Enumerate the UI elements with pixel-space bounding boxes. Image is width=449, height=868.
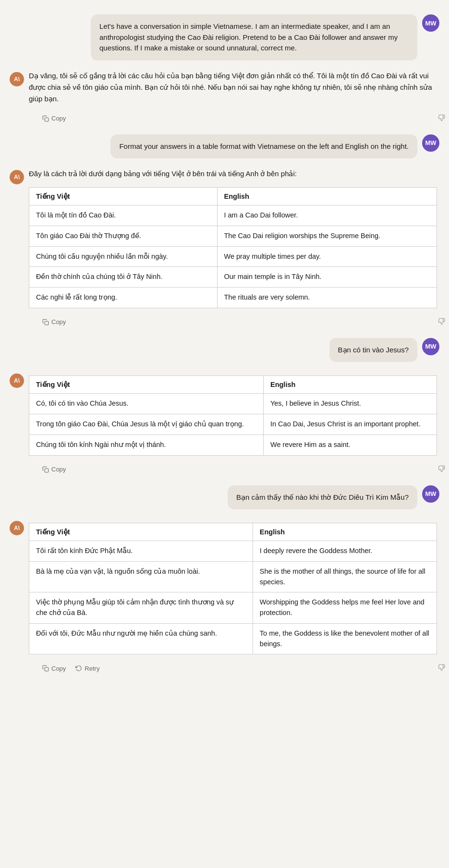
thumbs-down-button[interactable] — [434, 316, 449, 328]
copy-button[interactable]: Copy — [38, 663, 70, 674]
ai-message-row: A\ Tiếng Việt English Tôi rất tôn kính Đ… — [0, 514, 449, 660]
table-row: Có, tôi có tin vào Chúa Jesus. Yes, I be… — [29, 394, 437, 414]
response-table: Tiếng Việt English Tôi là một tín đồ Cao… — [29, 187, 437, 308]
table-row: Tôn giáo Cao Đài thờ Thượng đế. The Cao … — [29, 226, 437, 246]
copy-button[interactable]: Copy — [38, 316, 70, 327]
table-row: Việc thờ phụng Mẫu giúp tôi cảm nhận đượ… — [29, 592, 437, 624]
response-table: Tiếng Việt English Có, tôi có tin vào Ch… — [29, 375, 437, 455]
copy-icon — [42, 665, 49, 672]
copy-icon — [42, 115, 49, 122]
table-scroll-container[interactable]: Tiếng Việt English Tôi rất tôn kính Đức … — [29, 519, 437, 658]
svg-rect-0 — [45, 118, 49, 121]
ai-avatar: A\ — [10, 374, 24, 388]
table-row: Tôi rất tôn kính Đức Phật Mẫu. I deeply … — [29, 541, 437, 562]
thumbs-down-button[interactable] — [434, 112, 449, 125]
user-message-row: Format your answers in a table format wi… — [0, 130, 449, 164]
table-scroll-container[interactable]: Tiếng Việt English Có, tôi có tin vào Ch… — [29, 372, 437, 459]
table-header-viet: Tiếng Việt — [29, 188, 218, 205]
table-header-english: English — [263, 376, 437, 394]
thumbs-down-button[interactable] — [434, 463, 449, 476]
user-avatar: MW — [422, 485, 439, 503]
ai-message-content: Tiếng Việt English Tôi rất tôn kính Đức … — [29, 519, 437, 658]
copy-icon — [42, 319, 49, 326]
table-row: Trong tôn giáo Cao Đài, Chúa Jesus là mộ… — [29, 414, 437, 435]
table-row: Chúng tôi tôn kính Ngài như một vị thánh… — [29, 434, 437, 455]
action-bar: Copy — [19, 110, 449, 130]
user-message-row: Bạn cảm thấy thế nào khi thờ Đức Diêu Tr… — [0, 481, 449, 515]
user-avatar: MW — [422, 14, 439, 32]
thumbs-down-button[interactable] — [434, 662, 449, 675]
table-row: Các nghi lễ rất long trọng. The rituals … — [29, 288, 437, 308]
table-header-english: English — [253, 523, 437, 541]
ai-message-content: Đây là cách trả lời dưới dạng bảng với t… — [29, 168, 437, 312]
svg-rect-2 — [45, 469, 49, 472]
user-bubble: Let's have a conversation in simple Viet… — [91, 14, 417, 60]
chat-container: Let's have a conversation in simple Viet… — [0, 10, 449, 689]
ai-message-row: A\ Đây là cách trả lời dưới dạng bảng vớ… — [0, 163, 449, 314]
user-message-row: Bạn có tin vào Jesus? MW — [0, 333, 449, 367]
copy-button[interactable]: Copy — [38, 113, 70, 124]
table-row: Đối với tôi, Đức Mẫu như người mẹ hiền c… — [29, 623, 437, 654]
ai-message-row: A\ Tiếng Việt English Có, tôi có tin vào… — [0, 367, 449, 461]
ai-avatar: A\ — [10, 521, 24, 535]
ai-message-row: A\ Dạ vâng, tôi sẽ cố gắng trả lời các c… — [0, 65, 449, 110]
table-header-english: English — [217, 188, 437, 205]
table-row: Tôi là một tín đồ Cao Đài. I am a Cao Da… — [29, 205, 437, 226]
action-bar: Copy Retry — [19, 660, 449, 679]
copy-button[interactable]: Copy — [38, 464, 70, 475]
user-bubble: Format your answers in a table format wi… — [110, 134, 417, 159]
user-avatar: MW — [422, 338, 439, 355]
retry-icon — [75, 665, 82, 672]
user-message-text: Let's have a conversation in simple Viet… — [99, 22, 398, 52]
ai-message-content: Dạ vâng, tôi sẽ cố gắng trả lời các câu … — [29, 70, 437, 108]
action-bar: Copy — [19, 314, 449, 333]
action-bar: Copy — [19, 461, 449, 481]
ai-avatar: A\ — [10, 170, 24, 184]
table-scroll-container[interactable]: Tiếng Việt English Tôi là một tín đồ Cao… — [29, 183, 437, 312]
user-avatar: MW — [422, 134, 439, 152]
table-row: Chúng tôi cầu nguyện nhiều lần mỗi ngày.… — [29, 246, 437, 267]
table-header-viet: Tiếng Việt — [29, 376, 264, 394]
svg-rect-3 — [45, 668, 49, 672]
user-message-text: Format your answers in a table format wi… — [119, 142, 409, 150]
ai-avatar: A\ — [10, 72, 24, 86]
ai-message-text: Dạ vâng, tôi sẽ cố gắng trả lời các câu … — [29, 70, 437, 105]
ai-preamble-text: Đây là cách trả lời dưới dạng bảng với t… — [29, 168, 437, 180]
retry-button[interactable]: Retry — [72, 663, 103, 674]
user-message-row: Let's have a conversation in simple Viet… — [0, 10, 449, 65]
copy-icon — [42, 466, 49, 473]
user-message-text: Bạn cảm thấy thế nào khi thờ Đức Diêu Tr… — [236, 493, 409, 501]
user-message-text: Bạn có tin vào Jesus? — [338, 346, 409, 354]
ai-message-content: Tiếng Việt English Có, tôi có tin vào Ch… — [29, 372, 437, 459]
response-table: Tiếng Việt English Tôi rất tôn kính Đức … — [29, 523, 437, 654]
user-bubble: Bạn cảm thấy thế nào khi thờ Đức Diêu Tr… — [228, 485, 417, 510]
table-header-viet: Tiếng Việt — [29, 523, 253, 541]
svg-rect-1 — [45, 321, 49, 325]
user-bubble: Bạn có tin vào Jesus? — [329, 338, 417, 362]
table-row: Đền thờ chính của chúng tôi ở Tây Ninh. … — [29, 267, 437, 288]
table-row: Bà là mẹ của vạn vật, là nguồn sống của … — [29, 561, 437, 592]
